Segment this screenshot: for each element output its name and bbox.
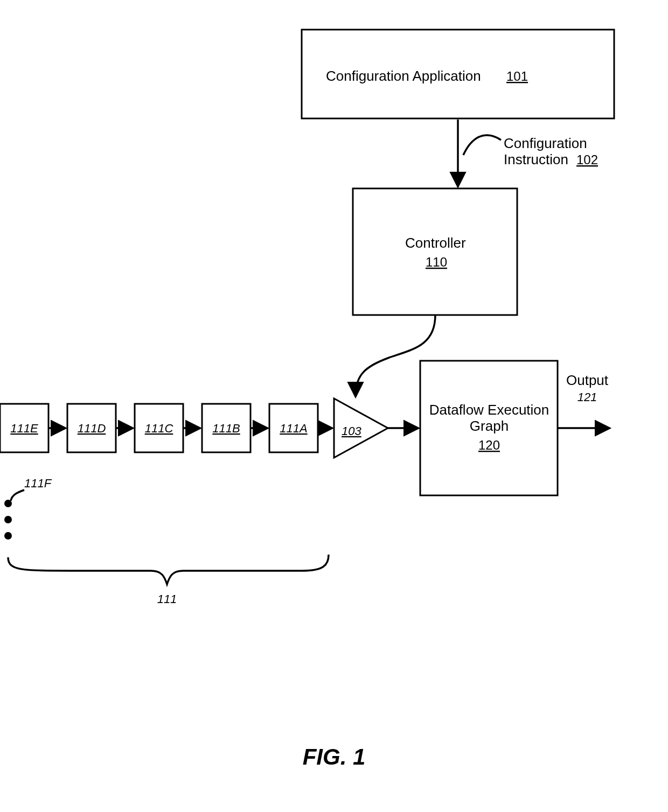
queue-overflow: 111F	[4, 477, 52, 540]
config-instruction-line2: Instruction	[504, 151, 568, 167]
svg-point-16	[4, 532, 12, 540]
output-text: Output	[566, 372, 609, 388]
config-instruction-ref: 102	[576, 152, 598, 167]
queue-ref: 111	[157, 592, 177, 606]
controller-ref: 110	[426, 255, 447, 269]
queue-item-3: 111D	[67, 404, 116, 452]
dataflow-graph-block: Dataflow Execution Graph 120	[420, 361, 558, 495]
queue-overflow-pointer	[11, 490, 24, 501]
graph-line1: Dataflow Execution	[429, 402, 549, 418]
config-instruction-pointer	[463, 135, 501, 155]
graph-ref: 120	[478, 438, 500, 452]
merge-ref: 103	[342, 424, 361, 438]
config-application-ref: 101	[506, 69, 528, 83]
svg-text:111D: 111D	[78, 422, 106, 435]
diagram-canvas: Configuration Application 101 Configurat…	[0, 0, 668, 812]
output-ref: 121	[577, 390, 597, 404]
queue-item-1: 111B	[202, 404, 250, 452]
controller-title: Controller	[405, 235, 466, 251]
config-application-block: Configuration Application 101	[302, 30, 614, 118]
queue-overflow-ref: 111F	[24, 477, 52, 490]
svg-text:111C: 111C	[145, 422, 173, 435]
svg-text:111A: 111A	[280, 422, 307, 435]
queue-item-4: 111E	[0, 404, 48, 452]
svg-point-14	[4, 500, 12, 507]
queue-brace: 111	[8, 555, 329, 606]
graph-line2: Graph	[470, 418, 509, 434]
svg-rect-1	[353, 188, 517, 315]
output-label: Output 121	[566, 372, 609, 404]
svg-text:111B: 111B	[212, 422, 240, 435]
svg-point-15	[4, 516, 12, 523]
controller-block: Controller 110	[353, 188, 517, 315]
config-application-title: Configuration Application	[326, 68, 481, 84]
queue-item-2: 111C	[135, 404, 183, 452]
config-instruction-line1: Configuration	[504, 135, 587, 151]
config-instruction-label: Configuration Instruction 102	[463, 135, 598, 167]
svg-text:111E: 111E	[10, 422, 38, 435]
merge-node: 103	[334, 398, 388, 458]
queue-item-0: 111A	[269, 404, 318, 452]
figure-label: FIG. 1	[303, 744, 366, 769]
